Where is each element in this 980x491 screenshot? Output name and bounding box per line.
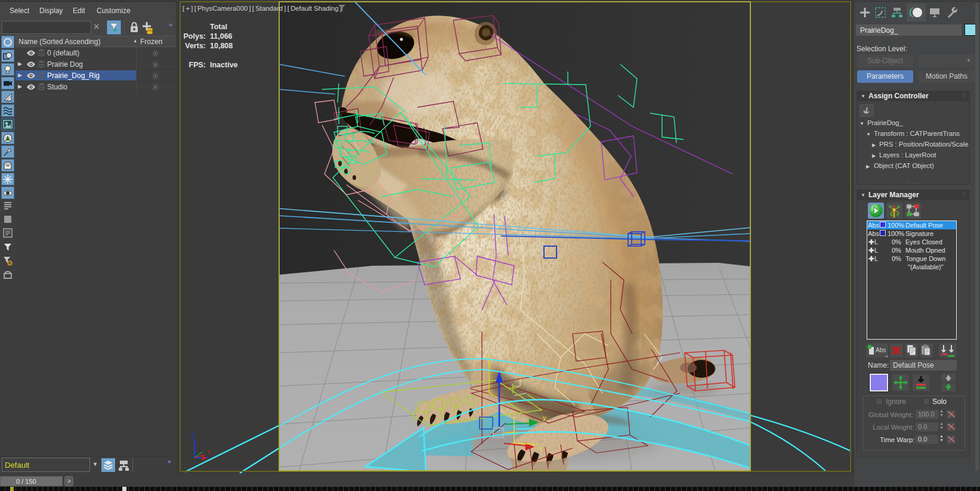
svg-text:11,066: 11,066 xyxy=(210,32,233,41)
svg-text:FPS:: FPS: xyxy=(189,61,206,69)
svg-text:y: y xyxy=(208,448,211,454)
svg-text:Polys:: Polys: xyxy=(183,32,206,41)
svg-text:10,808: 10,808 xyxy=(210,42,233,50)
svg-text:Total: Total xyxy=(210,23,227,31)
svg-text:z: z xyxy=(191,431,194,438)
svg-text:[ + ] [ PhysCamera000 ] [ Stan: [ + ] [ PhysCamera000 ] [ Standard ] [ D… xyxy=(183,5,342,12)
svg-text:x: x xyxy=(539,445,542,452)
svg-text:Inactive: Inactive xyxy=(210,61,238,69)
svg-text:Verts:: Verts: xyxy=(185,42,206,50)
svg-text:y: y xyxy=(543,414,546,421)
